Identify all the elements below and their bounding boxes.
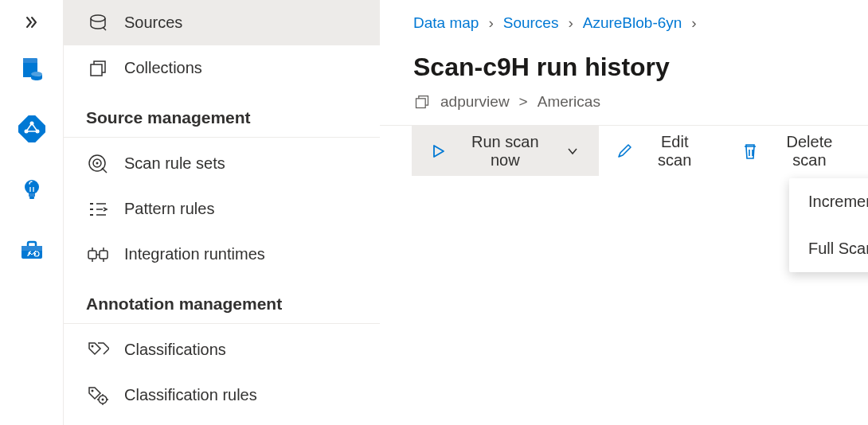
svg-point-0 — [31, 72, 42, 76]
delete-scan-button[interactable]: Delete scan — [724, 126, 868, 176]
sidebar-item-pattern-rules[interactable]: Pattern rules — [64, 186, 380, 232]
svg-point-17 — [96, 162, 99, 164]
sidebar-item-label: Pattern rules — [124, 200, 214, 218]
lightbulb-icon — [20, 177, 44, 201]
edit-scan-button[interactable]: Edit scan — [599, 126, 725, 176]
svg-rect-7 — [29, 197, 34, 199]
tags-icon — [86, 338, 110, 362]
collection-path-root: adpurview — [440, 93, 510, 111]
sidebar-item-collections[interactable]: Collections — [64, 45, 380, 91]
svg-rect-14 — [91, 64, 102, 76]
collections-icon — [413, 93, 431, 111]
svg-rect-11 — [34, 253, 36, 255]
dropdown-item-label: Incremental scan — [808, 193, 868, 211]
dropdown-item-incremental-scan[interactable]: Incremental scan — [789, 178, 868, 225]
sidebar-item-label: Collections — [124, 59, 202, 77]
rail-item-map[interactable] — [13, 110, 51, 148]
book-database-icon — [18, 55, 45, 82]
run-scan-dropdown: Incremental scan Full Scan — [789, 178, 868, 272]
collections-icon — [86, 57, 110, 80]
svg-point-21 — [92, 389, 94, 392]
breadcrumb-sep-icon: › — [488, 14, 493, 32]
sidebar-item-scan-rule-sets[interactable]: Scan rule sets — [64, 141, 380, 186]
toolbar: Run scan now Edit scan Delete scan — [380, 125, 868, 176]
svg-rect-9 — [22, 246, 42, 251]
sidebar-item-label: Sources — [124, 14, 182, 32]
breadcrumb-link-data-map[interactable]: Data map — [413, 14, 479, 32]
run-scan-label: Run scan now — [456, 133, 554, 170]
left-rail — [0, 0, 64, 425]
collection-path-sep: > — [519, 93, 528, 111]
tags-gear-icon — [86, 384, 110, 407]
svg-rect-18 — [88, 251, 96, 259]
dropdown-item-label: Full Scan — [808, 240, 868, 258]
database-icon — [86, 11, 110, 35]
delete-scan-label: Delete scan — [768, 133, 850, 170]
play-icon — [429, 142, 446, 160]
breadcrumb: Data map › Sources › AzureBlob-6yn › — [380, 0, 868, 32]
rail-item-catalog[interactable] — [13, 49, 51, 88]
sidebar-item-label: Scan rule sets — [124, 154, 225, 173]
map-nodes-icon — [18, 115, 45, 142]
sidebar-item-classifications[interactable]: Classifications — [64, 327, 380, 372]
target-icon — [86, 152, 110, 176]
collection-path: adpurview > Americas — [380, 82, 868, 125]
sidebar-item-classification-rules[interactable]: Classification rules — [64, 372, 380, 418]
rail-item-insights[interactable] — [13, 170, 51, 209]
rail-item-management[interactable] — [13, 231, 51, 269]
sidebar-item-integration-runtimes[interactable]: Integration runtimes — [64, 232, 380, 277]
svg-point-13 — [91, 15, 105, 21]
breadcrumb-link-sources[interactable]: Sources — [503, 14, 559, 32]
pattern-icon — [86, 197, 110, 221]
sidebar-section-source-mgmt: Source management — [64, 91, 380, 138]
sidebar: Sources Collections Source management Sc… — [64, 0, 380, 425]
svg-rect-1 — [18, 115, 45, 142]
svg-rect-24 — [416, 99, 426, 108]
breadcrumb-sep-icon: › — [691, 14, 696, 32]
breadcrumb-sep-icon: › — [568, 14, 573, 32]
main-content: Data map › Sources › AzureBlob-6yn › Sca… — [380, 0, 868, 425]
sidebar-item-label: Classifications — [124, 341, 226, 359]
sidebar-item-label: Integration runtimes — [124, 245, 265, 263]
dropdown-item-full-scan[interactable]: Full Scan — [789, 225, 868, 272]
run-scan-now-button[interactable]: Run scan now — [412, 126, 599, 176]
sidebar-section-annotation-mgmt: Annotation management — [64, 277, 380, 324]
edit-icon — [616, 142, 633, 160]
breadcrumb-link-azureblob[interactable]: AzureBlob-6yn — [583, 14, 682, 32]
rail-expand-button[interactable] — [0, 6, 63, 38]
toolbox-icon — [18, 236, 45, 263]
svg-rect-6 — [29, 193, 35, 197]
collection-path-child: Americas — [538, 93, 600, 111]
integration-icon — [86, 243, 110, 267]
edit-scan-label: Edit scan — [643, 133, 706, 170]
trash-icon — [741, 142, 758, 160]
sidebar-item-sources[interactable]: Sources — [64, 0, 380, 45]
chevron-right-double-icon — [25, 15, 39, 29]
page-title: Scan-c9H run history — [380, 32, 868, 82]
sidebar-item-label: Classification rules — [124, 386, 257, 404]
svg-point-23 — [102, 398, 104, 400]
chevron-down-icon — [564, 142, 581, 160]
svg-point-20 — [92, 345, 94, 347]
svg-rect-19 — [100, 251, 108, 259]
